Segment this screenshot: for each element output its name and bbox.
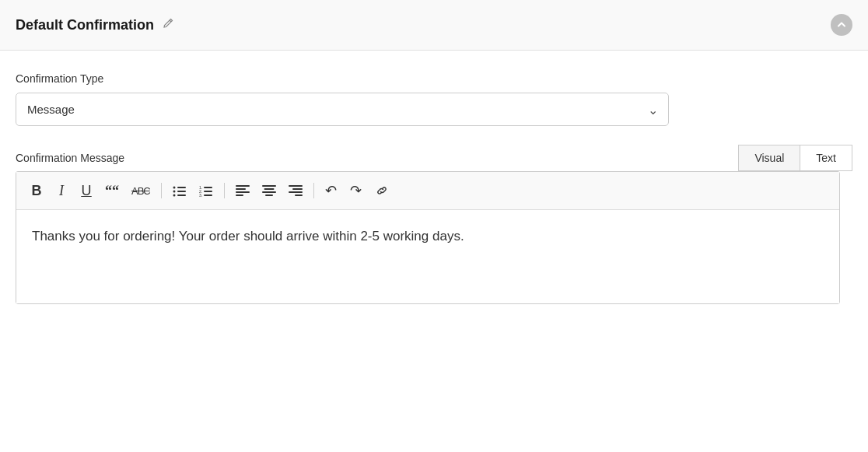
svg-rect-9: [204, 191, 212, 192]
svg-rect-1: [177, 187, 186, 188]
svg-rect-14: [236, 191, 250, 193]
svg-rect-18: [262, 191, 276, 193]
redo-button[interactable]: ↷: [345, 180, 367, 201]
toolbar-separator-3: [313, 183, 314, 198]
svg-rect-22: [289, 191, 303, 193]
svg-rect-7: [204, 187, 212, 188]
blockquote-button[interactable]: ““: [100, 180, 124, 201]
editor-container: B I U ““ ABC: [16, 171, 840, 304]
underline-button[interactable]: U: [75, 180, 97, 201]
svg-text:3.: 3.: [199, 193, 202, 198]
toolbar-separator-2: [224, 183, 225, 198]
tab-text[interactable]: Text: [800, 145, 852, 170]
svg-rect-5: [177, 194, 186, 196]
ordered-list-button[interactable]: 1. 2. 3.: [194, 180, 218, 201]
svg-point-0: [173, 187, 175, 189]
panel-header: Default Confirmation: [0, 0, 868, 51]
editor-tabs: Visual Text: [738, 145, 852, 171]
toolbar-separator-1: [161, 183, 162, 198]
confirmation-type-label: Confirmation Type: [16, 72, 852, 85]
svg-rect-15: [236, 194, 243, 196]
panel-header-left: Default Confirmation: [16, 17, 174, 33]
align-left-button[interactable]: [231, 180, 254, 201]
link-button[interactable]: [370, 180, 394, 201]
svg-rect-23: [295, 194, 303, 196]
message-header: Confirmation Message Visual Text: [16, 145, 852, 171]
svg-rect-19: [265, 194, 273, 196]
svg-rect-21: [292, 188, 303, 190]
edit-icon[interactable]: [162, 17, 174, 33]
svg-rect-20: [289, 185, 303, 187]
tab-visual[interactable]: Visual: [739, 145, 800, 170]
select-wrapper: Message Redirect Page ⌄: [16, 93, 669, 126]
editor-content[interactable]: Thanks you for ordering! Your order shou…: [16, 210, 839, 303]
unordered-list-button[interactable]: [168, 180, 191, 201]
svg-rect-3: [177, 191, 186, 192]
bold-button[interactable]: B: [26, 180, 47, 201]
align-center-button[interactable]: [257, 180, 281, 201]
page-container: Default Confirmation Confirmation Type M…: [0, 0, 868, 452]
svg-rect-12: [236, 185, 250, 187]
svg-point-2: [173, 191, 175, 193]
svg-point-4: [173, 194, 175, 197]
undo-button[interactable]: ↶: [320, 180, 342, 201]
svg-rect-16: [262, 185, 276, 187]
strikethrough-button[interactable]: ABC: [127, 180, 155, 201]
panel-title: Default Confirmation: [16, 17, 154, 33]
svg-rect-11: [204, 194, 212, 196]
collapse-button[interactable]: [831, 14, 852, 36]
editor-toolbar: B I U ““ ABC: [16, 172, 839, 210]
svg-rect-13: [236, 188, 246, 190]
confirmation-message-section: Confirmation Message Visual Text B I U “…: [16, 145, 852, 304]
svg-rect-17: [264, 188, 274, 190]
confirmation-message-label: Confirmation Message: [16, 152, 124, 164]
panel-body: Confirmation Type Message Redirect Page …: [0, 51, 868, 320]
align-right-button[interactable]: [284, 180, 307, 201]
confirmation-type-select[interactable]: Message Redirect Page: [16, 93, 669, 126]
italic-button[interactable]: I: [51, 180, 72, 201]
confirmation-type-field: Confirmation Type Message Redirect Page …: [16, 72, 852, 126]
